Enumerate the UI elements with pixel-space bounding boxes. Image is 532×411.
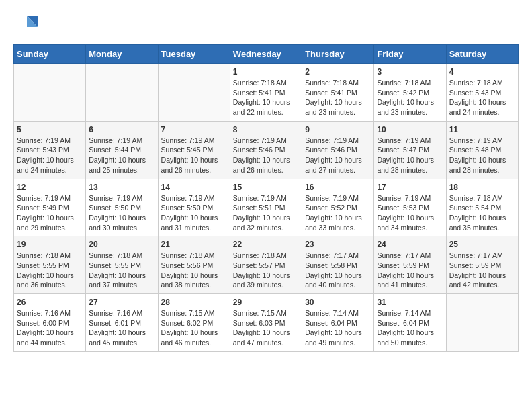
calendar-cell: 6Sunrise: 7:19 AM Sunset: 5:44 PM Daylig… [86,121,158,179]
calendar-cell: 22Sunrise: 7:18 AM Sunset: 5:57 PM Dayli… [230,236,302,294]
day-number: 16 [305,183,371,192]
day-number: 1 [233,67,299,77]
calendar-cell: 1Sunrise: 7:18 AM Sunset: 5:41 PM Daylig… [230,64,302,122]
calendar-cell: 5Sunrise: 7:19 AM Sunset: 5:43 PM Daylig… [14,121,86,179]
day-info: Sunrise: 7:19 AM Sunset: 5:47 PM Dayligh… [377,136,443,175]
day-info: Sunrise: 7:19 AM Sunset: 5:52 PM Dayligh… [305,193,371,233]
calendar-cell: 19Sunrise: 7:18 AM Sunset: 5:55 PM Dayli… [14,236,86,294]
day-info: Sunrise: 7:19 AM Sunset: 5:50 PM Dayligh… [89,193,154,233]
day-info: Sunrise: 7:19 AM Sunset: 5:50 PM Dayligh… [161,193,227,233]
calendar-cell: 20Sunrise: 7:18 AM Sunset: 5:55 PM Dayli… [86,236,158,294]
calendar-cell: 29Sunrise: 7:15 AM Sunset: 6:03 PM Dayli… [230,294,302,352]
calendar-cell: 11Sunrise: 7:19 AM Sunset: 5:48 PM Dayli… [446,121,518,179]
day-number: 26 [17,298,83,307]
day-info: Sunrise: 7:19 AM Sunset: 5:53 PM Dayligh… [377,193,443,233]
day-number: 6 [89,125,154,134]
calendar-cell: 9Sunrise: 7:19 AM Sunset: 5:46 PM Daylig… [302,121,374,179]
day-header-saturday: Saturday [446,45,518,64]
calendar-week-5: 26Sunrise: 7:16 AM Sunset: 6:00 PM Dayli… [14,294,519,352]
day-info: Sunrise: 7:19 AM Sunset: 5:46 PM Dayligh… [233,136,299,175]
calendar-cell: 3Sunrise: 7:18 AM Sunset: 5:42 PM Daylig… [374,64,446,122]
day-number: 4 [449,67,515,77]
calendar-week-1: 1Sunrise: 7:18 AM Sunset: 5:41 PM Daylig… [14,64,519,122]
day-number: 17 [377,183,443,192]
day-header-friday: Friday [374,45,446,64]
calendar-table: SundayMondayTuesdayWednesdayThursdayFrid… [13,44,519,352]
day-header-tuesday: Tuesday [158,45,230,64]
calendar-cell: 31Sunrise: 7:14 AM Sunset: 6:04 PM Dayli… [374,294,446,352]
day-number: 19 [17,240,83,249]
calendar-cell: 24Sunrise: 7:17 AM Sunset: 5:59 PM Dayli… [374,236,446,294]
day-number: 23 [305,240,371,249]
day-info: Sunrise: 7:19 AM Sunset: 5:49 PM Dayligh… [17,193,83,233]
calendar-cell [86,64,158,122]
day-number: 13 [89,183,154,192]
calendar-week-3: 12Sunrise: 7:19 AM Sunset: 5:49 PM Dayli… [14,179,519,236]
calendar-cell: 4Sunrise: 7:18 AM Sunset: 5:43 PM Daylig… [446,64,518,122]
day-info: Sunrise: 7:17 AM Sunset: 5:59 PM Dayligh… [449,250,515,290]
day-number: 28 [161,298,227,307]
day-number: 9 [305,125,371,134]
day-info: Sunrise: 7:19 AM Sunset: 5:46 PM Dayligh… [305,136,371,175]
calendar-header-row: SundayMondayTuesdayWednesdayThursdayFrid… [14,45,519,64]
day-info: Sunrise: 7:14 AM Sunset: 6:04 PM Dayligh… [377,308,443,348]
calendar-cell: 27Sunrise: 7:16 AM Sunset: 6:01 PM Dayli… [86,294,158,352]
day-info: Sunrise: 7:18 AM Sunset: 5:42 PM Dayligh… [377,78,443,118]
day-number: 14 [161,183,227,192]
calendar-cell: 13Sunrise: 7:19 AM Sunset: 5:50 PM Dayli… [86,179,158,236]
day-number: 18 [449,183,515,192]
calendar-cell: 21Sunrise: 7:18 AM Sunset: 5:56 PM Dayli… [158,236,230,294]
calendar-cell: 30Sunrise: 7:14 AM Sunset: 6:04 PM Dayli… [302,294,374,352]
day-number: 8 [233,125,299,134]
day-number: 12 [17,183,83,192]
day-number: 10 [377,125,443,134]
day-info: Sunrise: 7:19 AM Sunset: 5:44 PM Dayligh… [89,136,154,175]
day-number: 25 [449,240,515,249]
calendar-cell: 25Sunrise: 7:17 AM Sunset: 5:59 PM Dayli… [446,236,518,294]
calendar-cell: 12Sunrise: 7:19 AM Sunset: 5:49 PM Dayli… [14,179,86,236]
day-info: Sunrise: 7:18 AM Sunset: 5:54 PM Dayligh… [449,193,515,233]
day-number: 24 [377,240,443,249]
day-info: Sunrise: 7:19 AM Sunset: 5:48 PM Dayligh… [449,136,515,175]
day-number: 30 [305,298,371,307]
day-number: 22 [233,240,299,249]
day-info: Sunrise: 7:16 AM Sunset: 6:01 PM Dayligh… [89,308,154,348]
day-number: 21 [161,240,227,249]
day-number: 7 [161,125,227,134]
calendar-cell: 8Sunrise: 7:19 AM Sunset: 5:46 PM Daylig… [230,121,302,179]
day-info: Sunrise: 7:17 AM Sunset: 5:59 PM Dayligh… [377,250,443,290]
calendar-cell: 18Sunrise: 7:18 AM Sunset: 5:54 PM Dayli… [446,179,518,236]
calendar-cell [158,64,230,122]
day-number: 11 [449,125,515,134]
day-header-wednesday: Wednesday [230,45,302,64]
calendar-week-2: 5Sunrise: 7:19 AM Sunset: 5:43 PM Daylig… [14,121,519,179]
day-header-sunday: Sunday [14,45,86,64]
calendar-cell: 17Sunrise: 7:19 AM Sunset: 5:53 PM Dayli… [374,179,446,236]
day-number: 29 [233,298,299,307]
page-header [13,13,519,38]
day-info: Sunrise: 7:19 AM Sunset: 5:45 PM Dayligh… [161,136,227,175]
calendar-body: 1Sunrise: 7:18 AM Sunset: 5:41 PM Daylig… [14,64,519,352]
day-info: Sunrise: 7:18 AM Sunset: 5:55 PM Dayligh… [17,250,83,290]
day-info: Sunrise: 7:18 AM Sunset: 5:56 PM Dayligh… [161,250,227,290]
calendar-cell: 28Sunrise: 7:15 AM Sunset: 6:02 PM Dayli… [158,294,230,352]
calendar-cell: 10Sunrise: 7:19 AM Sunset: 5:47 PM Dayli… [374,121,446,179]
day-number: 15 [233,183,299,192]
day-number: 2 [305,67,371,77]
logo [13,13,40,38]
day-info: Sunrise: 7:18 AM Sunset: 5:41 PM Dayligh… [305,78,371,118]
day-info: Sunrise: 7:16 AM Sunset: 6:00 PM Dayligh… [17,308,83,348]
day-number: 3 [377,67,443,77]
day-info: Sunrise: 7:19 AM Sunset: 5:51 PM Dayligh… [233,193,299,233]
day-info: Sunrise: 7:19 AM Sunset: 5:43 PM Dayligh… [17,136,83,175]
calendar-cell: 15Sunrise: 7:19 AM Sunset: 5:51 PM Dayli… [230,179,302,236]
calendar-cell: 2Sunrise: 7:18 AM Sunset: 5:41 PM Daylig… [302,64,374,122]
day-number: 31 [377,298,443,307]
calendar-cell: 7Sunrise: 7:19 AM Sunset: 5:45 PM Daylig… [158,121,230,179]
calendar-cell: 26Sunrise: 7:16 AM Sunset: 6:00 PM Dayli… [14,294,86,352]
calendar-cell: 14Sunrise: 7:19 AM Sunset: 5:50 PM Dayli… [158,179,230,236]
day-header-thursday: Thursday [302,45,374,64]
day-info: Sunrise: 7:18 AM Sunset: 5:41 PM Dayligh… [233,78,299,118]
day-info: Sunrise: 7:18 AM Sunset: 5:55 PM Dayligh… [89,250,154,290]
day-info: Sunrise: 7:18 AM Sunset: 5:43 PM Dayligh… [449,78,515,118]
